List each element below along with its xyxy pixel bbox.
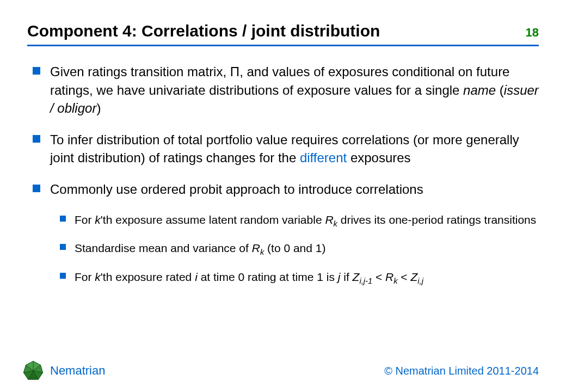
text-fragment: (to 0 and 1) xyxy=(264,242,325,254)
sub-item-3: For k'th exposure rated i at time 0 rati… xyxy=(60,269,539,287)
copyright-text: © Nematrian Limited 2011-2014 xyxy=(384,365,539,377)
bullet-text-1: Given ratings transition matrix, Π, and … xyxy=(50,63,539,118)
bullet-item-3: Commonly use ordered probit approach to … xyxy=(33,180,539,199)
subscript-text: k xyxy=(393,277,397,285)
bullet-icon xyxy=(33,185,40,192)
text-fragment: Standardise mean and variance of xyxy=(75,242,252,254)
italic-text: R xyxy=(325,213,333,226)
bullet-item-1: Given ratings transition matrix, Π, and … xyxy=(33,63,539,118)
text-fragment: Given ratings transition matrix, xyxy=(50,64,230,79)
slide-content: Given ratings transition matrix, Π, and … xyxy=(27,63,539,287)
text-fragment: For xyxy=(75,271,95,283)
subscript-text: k xyxy=(334,219,337,228)
nematrian-logo-icon xyxy=(22,359,45,382)
sub-text-1: For k'th exposure assume latent random v… xyxy=(75,212,536,230)
bullet-text-3: Commonly use ordered probit approach to … xyxy=(50,180,423,199)
pi-symbol: Π xyxy=(230,64,239,79)
text-fragment: ( xyxy=(496,83,504,97)
text-fragment: < xyxy=(372,271,385,283)
text-fragment: 'th exposure rated xyxy=(101,271,195,283)
italic-text: Z xyxy=(410,271,417,283)
slide-title: Component 4: Correlations / joint distri… xyxy=(27,22,380,40)
highlighted-text: different xyxy=(300,150,347,165)
bullet-icon xyxy=(33,135,40,143)
italic-text: Z xyxy=(353,271,360,283)
sub-text-2: Standardise mean and variance of Rk (to … xyxy=(75,240,325,258)
bullet-item-2: To infer distribution of total portfolio… xyxy=(33,131,539,167)
sub-bullet-list: For k'th exposure assume latent random v… xyxy=(33,212,539,287)
italic-text: R xyxy=(252,242,260,254)
bullet-icon xyxy=(33,67,40,75)
subscript-text: i,j-1 xyxy=(359,277,372,285)
text-fragment: For xyxy=(75,213,95,226)
bullet-icon xyxy=(60,273,66,279)
italic-text: R xyxy=(385,271,393,283)
text-fragment: To infer distribution of total portfolio… xyxy=(50,132,519,166)
slide-header: Component 4: Correlations / joint distri… xyxy=(27,22,539,46)
bullet-text-2: To infer distribution of total portfolio… xyxy=(50,131,539,167)
text-fragment: < xyxy=(398,271,411,283)
sub-text-3: For k'th exposure rated i at time 0 rati… xyxy=(75,269,423,287)
text-fragment: 'th exposure assume latent random variab… xyxy=(101,213,325,226)
text-fragment: ) xyxy=(96,101,101,115)
slide-container: Component 4: Correlations / joint distri… xyxy=(0,0,566,392)
italic-text: name xyxy=(463,83,496,97)
subscript-text: i,j xyxy=(417,277,423,285)
sub-item-1: For k'th exposure assume latent random v… xyxy=(60,212,539,230)
text-fragment: exposures xyxy=(347,150,410,165)
italic-text: k xyxy=(95,271,101,283)
bullet-icon xyxy=(60,244,66,250)
page-number: 18 xyxy=(526,26,539,40)
sub-item-2: Standardise mean and variance of Rk (to … xyxy=(60,240,539,258)
footer-left: Nematrian xyxy=(22,359,105,382)
text-fragment: if xyxy=(340,271,352,283)
italic-text: k xyxy=(95,213,101,226)
brand-name: Nematrian xyxy=(50,364,105,378)
slide-footer: Nematrian © Nematrian Limited 2011-2014 xyxy=(22,359,539,382)
text-fragment: drives its one-period ratings transition… xyxy=(337,213,536,226)
text-fragment: at time 0 rating at time 1 is xyxy=(198,271,338,283)
bullet-icon xyxy=(60,216,66,222)
